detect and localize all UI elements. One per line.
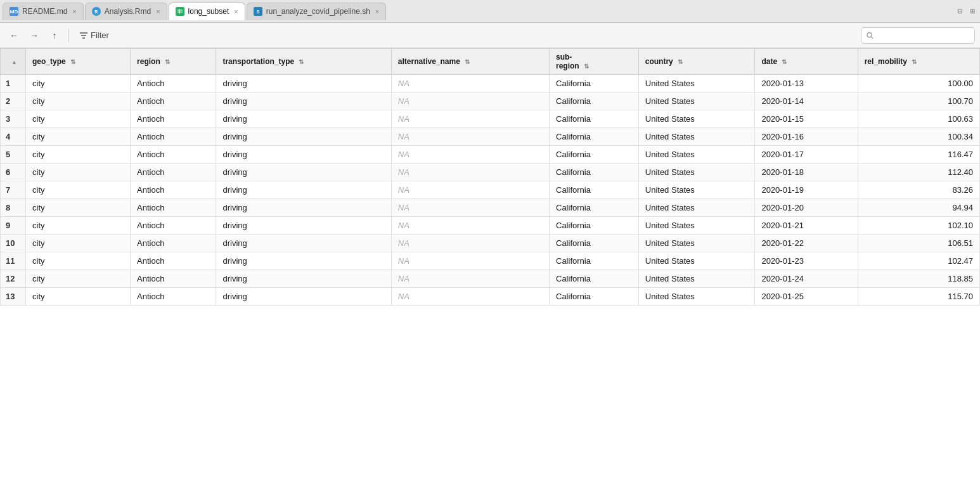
table-row[interactable]: 9cityAntiochdrivingNACaliforniaUnited St… bbox=[1, 217, 980, 235]
back-icon: ← bbox=[10, 30, 18, 41]
table-row[interactable]: 11cityAntiochdrivingNACaliforniaUnited S… bbox=[1, 252, 980, 270]
region-label: region bbox=[137, 57, 160, 66]
cell-row-num: 2 bbox=[1, 93, 26, 110]
tab-pipeline-label: run_analyze_covid_pipeline.sh bbox=[266, 7, 370, 16]
tab-analysis[interactable]: R Analysis.Rmd × bbox=[85, 3, 167, 20]
tab-long-subset[interactable]: long_subset × bbox=[169, 3, 245, 20]
svg-point-7 bbox=[867, 32, 872, 37]
table-row[interactable]: 2cityAntiochdrivingNACaliforniaUnited St… bbox=[1, 93, 980, 110]
cell-region: Antioch bbox=[131, 199, 216, 217]
cell-transportation-type: driving bbox=[216, 128, 391, 146]
tab-long-subset-close[interactable]: × bbox=[234, 8, 238, 15]
cell-rel-mobility: 100.34 bbox=[858, 128, 979, 146]
rmd-icon: R bbox=[92, 7, 101, 16]
table-row[interactable]: 5cityAntiochdrivingNACaliforniaUnited St… bbox=[1, 146, 980, 164]
tab-readme-label: README.md bbox=[22, 7, 67, 16]
search-input[interactable] bbox=[876, 31, 969, 40]
cell-country: United States bbox=[638, 93, 755, 110]
cell-transportation-type: driving bbox=[216, 164, 391, 181]
cell-sub-region: California bbox=[550, 75, 639, 93]
cell-alternative-name: NA bbox=[391, 146, 549, 164]
cell-alternative-name: NA bbox=[391, 128, 549, 146]
md-icon: MD bbox=[10, 7, 18, 16]
alternative-name-label: alternative_name bbox=[398, 57, 460, 66]
cell-alternative-name: NA bbox=[391, 199, 549, 217]
cell-transportation-type: driving bbox=[216, 199, 391, 217]
cell-date: 2020-01-18 bbox=[755, 164, 858, 181]
cell-region: Antioch bbox=[131, 93, 216, 110]
cell-sub-region: California bbox=[550, 270, 639, 288]
table-row[interactable]: 3cityAntiochdrivingNACaliforniaUnited St… bbox=[1, 110, 980, 128]
cell-rel-mobility: 83.26 bbox=[858, 181, 979, 199]
tab-analysis-close[interactable]: × bbox=[156, 8, 160, 15]
tab-readme[interactable]: MD README.md × bbox=[3, 3, 84, 20]
table-row[interactable]: 7cityAntiochdrivingNACaliforniaUnited St… bbox=[1, 181, 980, 199]
cell-rel-mobility: 100.00 bbox=[858, 75, 979, 93]
col-header-date[interactable]: date bbox=[755, 49, 858, 75]
tab-pipeline-close[interactable]: × bbox=[375, 8, 379, 15]
table-container[interactable]: geo_type region transportation_type alte… bbox=[0, 48, 980, 492]
table-row[interactable]: 12cityAntiochdrivingNACaliforniaUnited S… bbox=[1, 270, 980, 288]
maximize-button[interactable]: ⊞ bbox=[967, 6, 977, 16]
table-row[interactable]: 13cityAntiochdrivingNACaliforniaUnited S… bbox=[1, 288, 980, 306]
cell-region: Antioch bbox=[131, 288, 216, 306]
transportation-sort-icon bbox=[299, 58, 304, 65]
cell-geo-type: city bbox=[26, 128, 131, 146]
rel-mobility-label: rel_mobility bbox=[865, 57, 907, 66]
tab-analysis-label: Analysis.Rmd bbox=[105, 7, 151, 16]
cell-rel-mobility: 102.47 bbox=[858, 252, 979, 270]
cell-geo-type: city bbox=[26, 181, 131, 199]
cell-row-num: 8 bbox=[1, 199, 26, 217]
cell-geo-type: city bbox=[26, 93, 131, 110]
rel-mobility-sort-icon bbox=[912, 58, 917, 65]
cell-rel-mobility: 106.51 bbox=[858, 235, 979, 252]
back-button[interactable]: ← bbox=[5, 27, 23, 44]
tab-readme-close[interactable]: × bbox=[72, 8, 76, 15]
cell-geo-type: city bbox=[26, 110, 131, 128]
cell-alternative-name: NA bbox=[391, 164, 549, 181]
cell-country: United States bbox=[638, 164, 755, 181]
cell-geo-type: city bbox=[26, 146, 131, 164]
cell-date: 2020-01-22 bbox=[755, 235, 858, 252]
cell-transportation-type: driving bbox=[216, 110, 391, 128]
filter-button[interactable]: Filter bbox=[74, 28, 114, 42]
cell-row-num: 13 bbox=[1, 288, 26, 306]
country-label: country bbox=[645, 57, 673, 66]
cell-country: United States bbox=[638, 199, 755, 217]
table-row[interactable]: 4cityAntiochdrivingNACaliforniaUnited St… bbox=[1, 128, 980, 146]
col-header-geo-type[interactable]: geo_type bbox=[26, 49, 131, 75]
forward-button[interactable]: → bbox=[25, 27, 43, 44]
table-row[interactable]: 1cityAntiochdrivingNACaliforniaUnited St… bbox=[1, 75, 980, 93]
col-header-region[interactable]: region bbox=[131, 49, 216, 75]
search-box[interactable] bbox=[861, 27, 975, 44]
col-header-rel-mobility[interactable]: rel_mobility bbox=[858, 49, 979, 75]
cell-row-num: 4 bbox=[1, 128, 26, 146]
cell-geo-type: city bbox=[26, 164, 131, 181]
tab-pipeline[interactable]: S run_analyze_covid_pipeline.sh × bbox=[247, 3, 387, 20]
cell-geo-type: city bbox=[26, 75, 131, 93]
col-header-country[interactable]: country bbox=[638, 49, 755, 75]
region-sort-icon bbox=[165, 58, 170, 65]
toolbar-divider bbox=[68, 29, 69, 42]
cell-rel-mobility: 100.70 bbox=[858, 93, 979, 110]
filter-icon bbox=[79, 31, 88, 40]
cell-transportation-type: driving bbox=[216, 252, 391, 270]
cell-region: Antioch bbox=[131, 270, 216, 288]
cell-rel-mobility: 116.47 bbox=[858, 146, 979, 164]
col-header-transportation-type[interactable]: transportation_type bbox=[216, 49, 391, 75]
cell-geo-type: city bbox=[26, 235, 131, 252]
refresh-button[interactable]: ↑ bbox=[46, 27, 63, 44]
col-header-sub-region[interactable]: sub-region bbox=[550, 49, 639, 75]
col-header-alternative-name[interactable]: alternative_name bbox=[391, 49, 549, 75]
cell-alternative-name: NA bbox=[391, 110, 549, 128]
table-row[interactable]: 6cityAntiochdrivingNACaliforniaUnited St… bbox=[1, 164, 980, 181]
cell-country: United States bbox=[638, 288, 755, 306]
cell-alternative-name: NA bbox=[391, 75, 549, 93]
cell-transportation-type: driving bbox=[216, 181, 391, 199]
cell-alternative-name: NA bbox=[391, 93, 549, 110]
col-header-row-num[interactable] bbox=[1, 49, 26, 75]
table-row[interactable]: 8cityAntiochdrivingNACaliforniaUnited St… bbox=[1, 199, 980, 217]
geo-type-label: geo_type bbox=[32, 57, 66, 66]
table-row[interactable]: 10cityAntiochdrivingNACaliforniaUnited S… bbox=[1, 235, 980, 252]
minimize-button[interactable]: ⊟ bbox=[955, 6, 965, 16]
